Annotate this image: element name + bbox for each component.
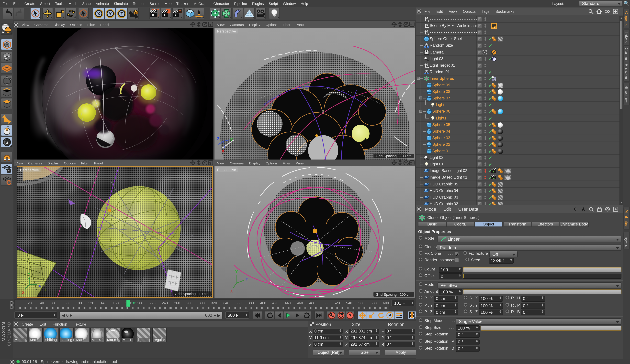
svg-text:?: ? <box>348 313 351 318</box>
svg-text:Y: Y <box>28 272 30 276</box>
svg-text:X: X <box>222 149 224 153</box>
svg-text:Z: Z <box>217 137 220 141</box>
svg-text:Y: Y <box>230 137 233 142</box>
svg-text:Z: Z <box>245 278 248 282</box>
svg-text:Z: Z <box>120 11 123 16</box>
svg-text:X: X <box>230 289 233 293</box>
svg-text:Y: Y <box>108 11 112 16</box>
svg-text:P: P <box>388 313 391 318</box>
svg-text:X: X <box>22 290 25 295</box>
svg-text:X: X <box>97 11 100 16</box>
svg-text:S: S <box>5 139 8 145</box>
svg-text:Z: Z <box>38 283 41 287</box>
svg-text:Y: Y <box>235 270 238 274</box>
